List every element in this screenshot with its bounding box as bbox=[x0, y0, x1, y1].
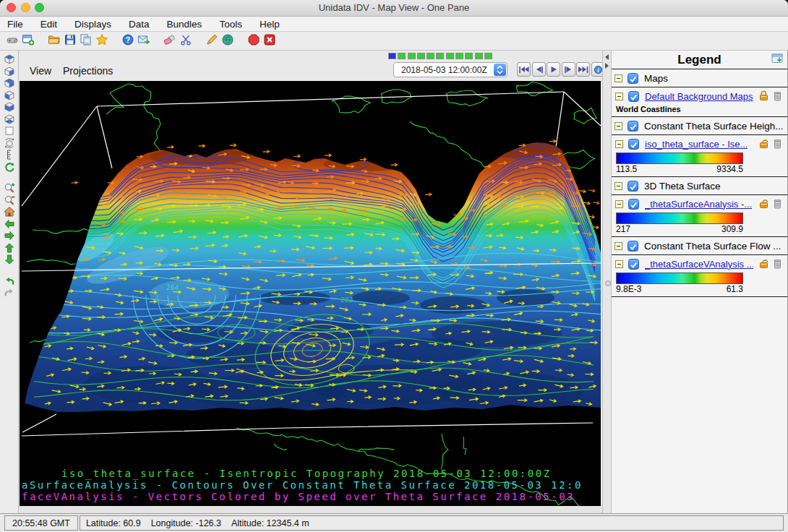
collapse-icon[interactable] bbox=[615, 140, 623, 148]
time-step-1[interactable] bbox=[398, 53, 406, 59]
float-legend-icon[interactable] bbox=[771, 53, 783, 66]
show-dashboard-button[interactable] bbox=[4, 34, 20, 48]
exit-idv-button[interactable] bbox=[262, 34, 278, 48]
open-bundle-button[interactable] bbox=[46, 34, 62, 48]
time-selector[interactable]: 2018-05-03 12:00:00Z bbox=[393, 62, 508, 77]
auto-rotate-icon bbox=[4, 161, 15, 176]
menu-help[interactable]: Help bbox=[260, 19, 280, 30]
time-step-6[interactable] bbox=[446, 53, 454, 59]
unlock-icon[interactable] bbox=[759, 138, 768, 152]
time-step-4[interactable] bbox=[427, 53, 434, 59]
collapse-icon[interactable] bbox=[615, 93, 623, 100]
edit-drawing-icon bbox=[205, 33, 218, 49]
colorbar-min: 113.5 bbox=[616, 164, 637, 174]
step-back-button[interactable] bbox=[532, 62, 546, 77]
trash-icon[interactable] bbox=[774, 91, 781, 104]
menu-tools[interactable]: Tools bbox=[219, 19, 242, 30]
support-request-button[interactable] bbox=[136, 34, 152, 48]
visibility-checkbox[interactable] bbox=[628, 121, 638, 132]
menu-file[interactable]: File bbox=[7, 19, 23, 30]
colorbar[interactable] bbox=[616, 213, 743, 224]
colorbar-min: 9.8E-3 bbox=[616, 284, 641, 294]
colorbar-range: 217309.9 bbox=[616, 224, 743, 236]
time-step-7[interactable] bbox=[455, 53, 463, 59]
collapse-right-icon[interactable] bbox=[605, 63, 609, 69]
pan-down-button[interactable] bbox=[3, 255, 15, 267]
time-step-10[interactable] bbox=[484, 53, 492, 59]
trash-icon[interactable] bbox=[774, 199, 781, 212]
legend-panel: Legend MapsDefault Background MapsWorld … bbox=[612, 51, 788, 513]
lock-icon[interactable] bbox=[759, 90, 768, 104]
visibility-checkbox[interactable] bbox=[628, 259, 639, 270]
status-bar: 20:55:48 GMT Latitude: 60.9Longitude: -1… bbox=[0, 513, 788, 532]
auto-rotate-button[interactable] bbox=[3, 163, 15, 174]
visibility-checkbox[interactable] bbox=[628, 199, 639, 210]
menu-bundles[interactable]: Bundles bbox=[167, 19, 202, 30]
trash-icon[interactable] bbox=[774, 139, 781, 152]
menu-bar: FileEditDisplaysDataBundlesToolsHelp bbox=[0, 17, 788, 32]
menu-displays[interactable]: Displays bbox=[74, 19, 111, 30]
legend-header: Legend bbox=[612, 51, 787, 68]
split-pane-divider[interactable] bbox=[602, 51, 612, 513]
map-3d-canvas[interactable]: 282264iso_theta_surface - Isentropic Top… bbox=[20, 81, 601, 506]
save-bundle-button[interactable] bbox=[62, 34, 78, 48]
go-to-start-button[interactable] bbox=[517, 62, 531, 77]
cancel-loads-button[interactable] bbox=[246, 34, 262, 48]
collapse-icon[interactable] bbox=[614, 74, 622, 82]
collapse-icon[interactable] bbox=[615, 200, 623, 208]
collapse-icon[interactable] bbox=[615, 260, 623, 268]
time-step-9[interactable] bbox=[475, 53, 483, 59]
time-spinner[interactable] bbox=[494, 64, 506, 76]
display-control-link[interactable]: iso_theta_surface - Ise... bbox=[645, 139, 748, 150]
show-help-icon: ? bbox=[121, 33, 134, 49]
time-step-2[interactable] bbox=[408, 53, 416, 59]
favorites-button[interactable] bbox=[94, 34, 110, 48]
cut-button[interactable] bbox=[178, 34, 194, 48]
visibility-checkbox[interactable] bbox=[628, 73, 638, 84]
erase-displays-button[interactable] bbox=[162, 34, 178, 48]
display-control-link[interactable]: _thetaSurfaceVAnalysis ... bbox=[645, 259, 753, 270]
view-menu[interactable]: View bbox=[30, 65, 51, 77]
colorbar[interactable] bbox=[616, 273, 743, 284]
collapse-left-icon[interactable] bbox=[605, 54, 609, 60]
svg-text:?: ? bbox=[126, 35, 130, 44]
unlock-icon[interactable] bbox=[759, 258, 768, 272]
main-area: View Projections 2018-05-03 12:00:00Z i … bbox=[0, 51, 788, 513]
menu-data[interactable]: Data bbox=[129, 19, 150, 30]
collapse-icon[interactable] bbox=[614, 122, 622, 130]
float-window-icon[interactable] bbox=[771, 53, 783, 66]
visibility-checkbox[interactable] bbox=[628, 241, 638, 252]
visibility-checkbox[interactable] bbox=[628, 139, 639, 150]
splitter-grip[interactable] bbox=[605, 280, 611, 286]
colorbar[interactable] bbox=[616, 153, 743, 164]
time-step-8[interactable] bbox=[465, 53, 473, 59]
unlock-icon[interactable] bbox=[759, 198, 768, 212]
collapse-icon[interactable] bbox=[614, 242, 622, 250]
show-help-button[interactable]: ? bbox=[120, 34, 136, 48]
legend-group-label: Constant Theta Surface Heigh... bbox=[644, 121, 784, 132]
new-window-button[interactable] bbox=[20, 34, 36, 48]
legend-display-row: Default Background Maps bbox=[612, 88, 787, 104]
time-step-0[interactable] bbox=[388, 53, 396, 59]
redo-button[interactable] bbox=[3, 288, 15, 300]
collapse-icon[interactable] bbox=[614, 182, 622, 190]
projections-menu[interactable]: Projections bbox=[63, 65, 113, 77]
time-step-3[interactable] bbox=[417, 53, 425, 59]
trash-icon[interactable] bbox=[774, 259, 781, 272]
step-forward-button[interactable] bbox=[562, 62, 575, 77]
menu-edit[interactable]: Edit bbox=[40, 19, 57, 30]
title-bar: Unidata IDV - Map View - One Pane bbox=[0, 0, 788, 17]
edit-drawing-button[interactable] bbox=[204, 34, 220, 48]
visibility-checkbox[interactable] bbox=[628, 181, 638, 192]
copy-display-button[interactable] bbox=[78, 34, 94, 48]
visibility-checkbox[interactable] bbox=[628, 91, 639, 102]
display-control-link[interactable]: _thetaSurfaceAnalysis -... bbox=[645, 199, 752, 210]
go-to-end-button[interactable] bbox=[576, 62, 590, 77]
display-control-link[interactable]: Default Background Maps bbox=[645, 91, 753, 102]
map-view-header: View Projections 2018-05-03 12:00:00Z i bbox=[19, 51, 602, 81]
legend-display-row: _thetaSurfaceAnalysis -... bbox=[612, 196, 787, 212]
play-button[interactable] bbox=[547, 62, 560, 77]
copy-display-icon bbox=[80, 33, 93, 49]
world-globe-button[interactable] bbox=[220, 34, 236, 48]
time-step-5[interactable] bbox=[436, 53, 444, 59]
